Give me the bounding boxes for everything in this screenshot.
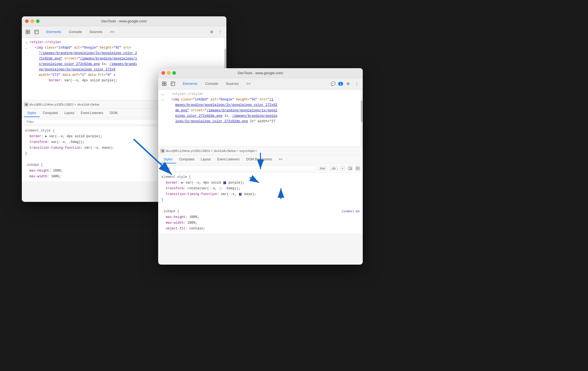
hov-button-front[interactable]: :hov <box>317 166 327 171</box>
html-line-2: … <img class="lnXdpd" alt="Google" heigh… <box>22 45 226 50</box>
tab-layout-front[interactable]: Layout <box>197 156 214 163</box>
traffic-lights-back <box>25 19 40 23</box>
html-line-front-1: … <style>…</style> <box>158 91 363 97</box>
html-line-front-4: dp.png" srcset="/images/branding/googlel… <box>158 108 363 113</box>
tab-elements-front[interactable]: Elements <box>179 80 201 87</box>
tab-computed-front[interactable]: Computed <box>176 156 197 163</box>
html-line-front-6: logo/2x/googlelogo_color_272x92dp.png 2x… <box>158 119 363 124</box>
title-bar-front: DevTools - www.google.com/ <box>158 68 363 78</box>
gear-icon-front[interactable]: ⚙ <box>344 80 352 88</box>
html-panel-front: … <style>…</style> … <img class="lnXdpd"… <box>158 89 363 147</box>
tab-computed-back[interactable]: Computed <box>40 109 61 117</box>
svg-rect-1 <box>28 30 30 32</box>
css-content-front: element.style { border: ▶ var(--x, 4px s… <box>158 173 363 233</box>
window-title-back: DevTools - www.google.com/ <box>101 19 147 23</box>
tab-sources-back[interactable]: Sources <box>86 28 106 35</box>
breadcrumb-item-1-back[interactable]: div.o3j99.LLD4me.yr19Zb.LS8OJ <box>29 103 74 106</box>
window-title-front: DevTools - www.google.com/ <box>238 71 283 75</box>
tab-more-front[interactable]: >> <box>243 80 254 87</box>
minimize-button-back[interactable] <box>31 19 34 23</box>
tab-styles-back[interactable]: Styles <box>24 109 40 117</box>
tab-event-listeners-back[interactable]: Event Listeners <box>77 109 107 117</box>
svg-rect-4 <box>35 30 38 34</box>
filter-bar-front: :hov .cls + <box>158 164 363 173</box>
rotate-circle-swatch[interactable] <box>219 187 222 190</box>
more-menu-icon-front[interactable]: ⋮ <box>353 80 361 88</box>
tab-dom-breakpoints-front[interactable]: DOM Breakpoints <box>243 156 275 163</box>
toolbar-front: Elements Console Sources >> 💬 1 ⚙ ⋮ <box>158 78 363 89</box>
cursor-icon-front[interactable] <box>160 80 168 88</box>
cursor-icon[interactable] <box>24 28 32 36</box>
filter-input-front[interactable] <box>160 165 315 171</box>
plus-button-front[interactable]: + <box>340 166 345 171</box>
svg-rect-11 <box>171 82 175 86</box>
close-button-front[interactable] <box>161 71 165 75</box>
svg-rect-8 <box>164 82 166 83</box>
inspect-icon[interactable] <box>33 28 40 36</box>
breadcrumb-item-2-back[interactable]: div.k1zlA.rSk4se <box>77 103 100 106</box>
html-line-4: 72x92dp.png" srcset="/images/branding/go… <box>22 56 226 61</box>
tab-styles-front[interactable]: Styles <box>160 156 176 163</box>
svg-rect-10 <box>164 84 166 86</box>
minimize-button-front[interactable] <box>167 71 170 75</box>
html-line-3: "/images/branding/googlelogo/2x/googlelo… <box>22 50 226 56</box>
gear-icon-back[interactable]: ⚙ <box>208 28 215 36</box>
tab-layout-back[interactable]: Layout <box>61 109 77 117</box>
svg-rect-3 <box>28 32 30 34</box>
tab-console-front[interactable]: Console <box>201 80 222 87</box>
color-swatch-purple[interactable] <box>223 181 226 184</box>
inspect-icon-front[interactable] <box>169 80 177 88</box>
tab-group-front: Elements Console Sources >> <box>179 80 254 87</box>
badge-front: 1 <box>338 82 343 86</box>
toolbar-right-front: 💬 1 ⚙ ⋮ <box>329 80 361 88</box>
svg-rect-2 <box>26 32 28 34</box>
svg-rect-16 <box>356 167 359 170</box>
svg-rect-15 <box>349 167 351 169</box>
tab-more-back[interactable]: >> <box>106 28 118 35</box>
breadcrumb-item-2-front[interactable]: div.k1zlA.rSk4se <box>214 149 236 152</box>
easing-swatch[interactable]: ✓ <box>239 193 242 196</box>
tab-sources-front[interactable]: Sources <box>222 80 243 87</box>
close-button-back[interactable] <box>25 19 29 23</box>
breadcrumb-item-3-front[interactable]: img.lnXdpd <box>239 149 254 152</box>
svg-rect-0 <box>26 30 28 32</box>
toolbar-right-back: ⚙ ⋮ <box>208 28 224 36</box>
html-line-front-3: mages/branding/googlelogo/2x/googlelogo_… <box>158 102 363 108</box>
html-line-1: … <style>…</style> <box>22 39 226 45</box>
source-link-front[interactable]: (index):63 <box>341 209 359 214</box>
html-line-front-2: … <img class="lnXdpd" alt="Google" heigh… <box>158 97 363 102</box>
svg-rect-9 <box>162 84 164 86</box>
tab-event-listeners-front[interactable]: Event Listeners <box>214 156 243 163</box>
styles-panel-front: Styles Computed Layout Event Listeners D… <box>158 155 363 233</box>
devtools-window-front: DevTools - www.google.com/ Elements Cons… <box>158 68 363 265</box>
svg-rect-7 <box>162 82 164 83</box>
tab-group-back: Elements Console Sources >> <box>43 28 118 35</box>
maximize-button-back[interactable] <box>36 19 40 23</box>
maximize-button-front[interactable] <box>172 71 176 75</box>
breadcrumb-toggle-front[interactable]: ◀ <box>160 149 165 153</box>
tab-more-styles-front[interactable]: >> <box>275 156 286 163</box>
cls-button-front[interactable]: .cls <box>329 166 338 171</box>
html-line-front-5: elogo_color_272x92dp.png 1x, /images/bra… <box>158 113 363 119</box>
toolbar-back: Elements Console Sources >> ⚙ ⋮ <box>22 26 226 38</box>
tab-dom-back[interactable]: DOM <box>107 109 121 117</box>
tab-console-back[interactable]: Console <box>65 28 86 35</box>
copy-styles-button-front[interactable] <box>347 166 353 171</box>
html-line-5: x/googlelogo_color_272x92dp.png 1x, /ima… <box>22 61 226 67</box>
breadcrumb-item-1-front[interactable]: div.o3j99.LLD4me.yr19Zb.LS8OJ <box>166 149 210 152</box>
chat-icon-front[interactable]: 💬 <box>329 80 337 88</box>
more-menu-icon-back[interactable]: ⋮ <box>217 28 224 36</box>
title-bar-back: DevTools - www.google.com/ <box>22 16 226 26</box>
styles-tabs-front: Styles Computed Layout Event Listeners D… <box>158 155 363 164</box>
scrollbar-html-front[interactable] <box>361 89 363 146</box>
breadcrumb-toggle-back[interactable]: ◀ <box>24 102 28 107</box>
breadcrumb-front: ◀ div.o3j99.LLD4me.yr19Zb.LS8OJ ▸ div.k1… <box>158 147 363 155</box>
tab-elements-back[interactable]: Elements <box>43 28 65 35</box>
traffic-lights-front <box>161 71 176 75</box>
layout-button-front[interactable] <box>355 166 361 171</box>
